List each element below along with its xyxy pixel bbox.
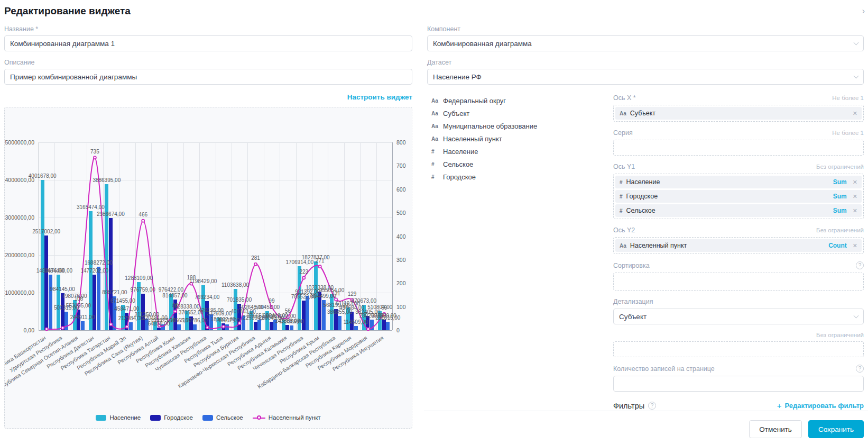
aggregation-tag[interactable]: Sum [833,207,847,214]
line-value-label: 735 [90,149,99,155]
detail-value: Субъект [619,313,647,321]
line-value-label: 108 [75,296,84,302]
dataset-select[interactable]: Население РФ [427,69,864,85]
line-value-label: 56 [285,308,291,314]
page-title: Редактирование виджета [4,5,131,17]
field-item-label: Муниципальное образование [443,122,537,130]
x-axis-label: Ось X * [613,94,636,102]
remove-chip-icon[interactable]: ✕ [853,242,857,249]
aggregation-tag[interactable]: Count [828,242,847,249]
bar-value-label: 244911,00 [70,314,95,320]
field-item[interactable]: AaФедеральный округ [431,94,613,107]
line-value-label: 129 [348,291,357,297]
detail-select[interactable]: Субъект [613,309,864,324]
number-field-icon: # [620,179,623,185]
widget-name-input[interactable] [4,35,412,51]
save-button[interactable]: Сохранить [808,420,864,438]
bar-value-label: 671455,00 [110,298,135,304]
cancel-button[interactable]: Отменить [749,420,802,438]
sorting-dropzone[interactable] [613,273,864,291]
text-field-icon: Aa [431,123,439,129]
bar-value-label: 1477202,00 [80,268,108,274]
component-label: Компонент [427,25,864,33]
widget-description-label: Описание [4,59,412,66]
number-field-icon: # [431,174,439,180]
field-item-label: Население [443,148,478,156]
widget-description-input[interactable] [4,69,412,85]
bar-value-label: 157786,00 [182,318,207,323]
line-value-label: 466 [138,212,147,218]
line-value-label: 271 [316,258,325,264]
number-field-icon: # [620,208,623,214]
bar-value-label: 3165474,00 [77,204,105,210]
field-item[interactable]: AaМуниципальное образование [431,120,613,132]
collapse-panel-icon[interactable]: › [862,6,865,16]
field-item[interactable]: AaСубъект [431,107,613,120]
bar-value-label: 386855,00 [327,309,352,315]
chevron-down-icon [854,73,859,78]
chevron-down-icon [854,40,859,45]
bar-value-label: 311350,00 [134,312,159,318]
field-item[interactable]: #Городское [431,170,613,183]
field-chip[interactable]: #СельскоеSum✕ [615,204,862,217]
field-chip[interactable]: AaНаселенный пунктCount✕ [615,239,862,252]
series-dropzone[interactable] [613,140,864,156]
field-item[interactable]: AaНаселенный пункт [431,132,613,145]
left-column: Название * Описание Настроить виджет 0,0… [4,25,412,429]
line-value-label: 69 [381,305,387,311]
field-chip[interactable]: #НаселениеSum✕ [615,176,862,188]
field-chip[interactable]: #ГородскоеSum✕ [615,190,862,203]
page-size-label: Количество записей на странице [613,365,715,373]
page-size-input[interactable] [613,376,864,392]
y1-axis-label: Ось Y1 [613,163,635,170]
x-axis-dropzone[interactable]: AaСубъект✕ [613,105,864,122]
configure-widget-link[interactable]: Настроить виджет [347,93,412,101]
component-select[interactable]: Комбинированная диаграмма [427,35,864,51]
help-icon[interactable]: ? [856,365,864,373]
field-item[interactable]: #Сельское [431,158,613,170]
text-field-icon: Aa [431,111,439,116]
help-icon[interactable]: ? [856,261,864,269]
bar-value-label: 149607,00 [215,318,239,323]
bar-value-label: 429195,00 [199,307,224,313]
bar-value-label: 984145,00 [50,286,75,292]
bar-value-label: 769234,00 [195,294,219,300]
text-field-icon: Aa [620,111,626,116]
y2-axis-dropzone[interactable]: AaНаселенный пунктCount✕ [613,237,864,254]
field-item-label: Городское [443,173,476,181]
y1-axis-limit: Без ограничений [816,164,864,170]
chip-label: Сельское [626,207,655,214]
aggregation-tag[interactable]: Sum [833,193,847,200]
bar-value-label: 231815,00 [375,315,400,321]
edit-filter-link[interactable]: Редактировать фильтр [784,402,864,410]
bar-value-label: 899721,00 [102,289,127,295]
remove-chip-icon[interactable]: ✕ [853,207,857,214]
field-item-label: Субъект [443,110,469,117]
bar-value-label: 3886395,00 [93,177,121,183]
detail-label: Детализация [613,298,653,305]
aggregation-tag[interactable]: Sum [833,178,847,186]
y1-axis-dropzone[interactable]: #НаселениеSum✕#ГородскоеSum✕#СельскоеSum… [613,174,864,219]
bar-value-label: 670673,00 [352,298,376,304]
field-chip[interactable]: AaСубъект✕ [615,107,862,120]
text-field-icon: Aa [620,243,626,249]
help-icon[interactable]: ? [648,402,656,410]
bar-value-label: 1688272,00 [85,260,113,266]
number-field-icon: # [620,194,623,200]
remove-chip-icon[interactable]: ✕ [853,179,857,186]
dataset-value: Население РФ [433,73,482,81]
footer-actions: Отменить Сохранить [749,420,864,438]
remove-chip-icon[interactable]: ✕ [853,193,857,200]
bar-value-label: 458471,00 [114,306,139,312]
text-field-icon: Aa [431,98,439,104]
line-value-label: 281 [251,255,260,261]
widget-name-label: Название * [4,25,412,33]
remove-chip-icon[interactable]: ✕ [853,110,857,117]
chevron-down-icon [854,313,859,318]
filters-label: Фильтры [613,402,644,410]
series-label: Серия [613,129,633,137]
chip-label: Население [626,178,660,186]
drill-dropzone[interactable] [613,341,864,357]
field-item[interactable]: #Население [431,145,613,158]
field-item-label: Населенный пункт [443,135,502,143]
